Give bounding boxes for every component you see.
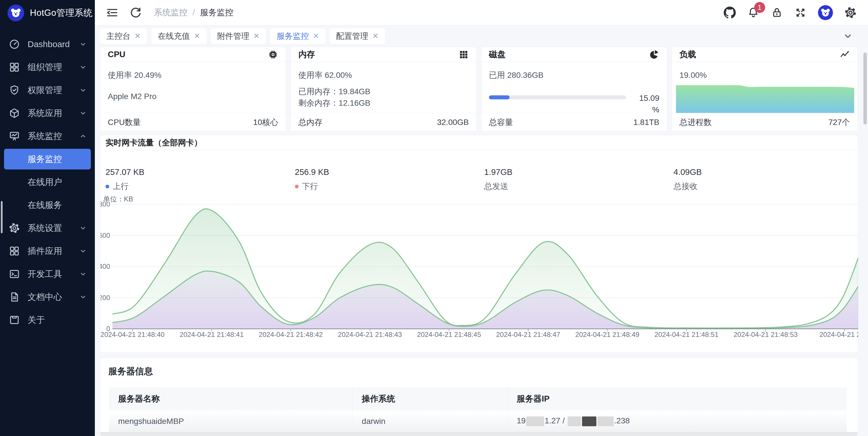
tab-service-monitor[interactable]: 服务监控✕ [270,28,326,44]
server-table: 服务器名称操作系统服务器IP mengshuaideMBPdarwin191.2… [109,388,847,432]
svg-text:2024-04-21 21:4: 2024-04-21 21:4 [819,331,858,338]
traffic-stat-下行: 256.9 KB下行 [290,167,479,192]
user-avatar[interactable] [818,5,833,20]
tab-label: 服务监控 [277,31,309,42]
sidebar-item-perm[interactable]: 权限管理 [0,79,95,102]
tab-config[interactable]: 配置管理✕ [330,28,385,44]
load-card-title: 负载 [679,49,696,60]
refresh-icon[interactable] [129,6,142,19]
svg-text:2024-04-21 21:48:53: 2024-04-21 21:48:53 [734,331,798,338]
cpu-model-text: Apple M2 Pro [108,91,278,102]
sidebar-item-devtools[interactable]: 开发工具 [0,263,95,286]
sidebar-item-plugins[interactable]: 插件应用 [0,239,95,263]
sidebar-item-sysapp[interactable]: 系统应用 [0,102,95,125]
sidebar-item-dashboard[interactable]: Dashboard [0,33,95,56]
sidebar-item-about[interactable]: 关于 [0,308,95,331]
chevron-down-icon [79,86,87,95]
traffic-stat-value: 257.07 KB [105,167,290,177]
svg-text:2024-04-21 21:48:45: 2024-04-21 21:48:45 [417,331,481,338]
chevron-down-icon [79,293,87,301]
collapse-sidebar-icon[interactable] [106,6,118,19]
cpu-count-label: CPU数量 [108,117,141,128]
tabs-dropdown-chevron-icon[interactable] [842,30,854,42]
notification-badge: 1 [754,2,765,13]
tab-label: 附件管理 [217,31,249,42]
terminal-icon [9,268,20,280]
sidebar-item-monitor[interactable]: 系统监控 [0,125,95,147]
sidebar-item-org[interactable]: 组织管理 [0,56,95,79]
sidebar-item-settings[interactable]: 系统设置 [0,216,95,239]
ip-redaction-block [597,416,614,426]
ip-fragment: 19 [517,416,526,425]
fullscreen-icon[interactable] [795,7,806,19]
traffic-stat-label: 上行 [105,181,290,192]
server-ip-cell: 191.27 / .238 [507,410,847,432]
lock-screen-icon[interactable] [771,7,783,19]
app-logo-row[interactable]: HotGo管理系统 [0,0,95,26]
disk-total-value: 1.81TB [633,118,659,127]
cube-icon [9,107,20,119]
traffic-stat-value: 256.9 KB [295,167,479,177]
load-card: 负载 19.00% 总进程数 727个 [672,47,858,132]
sidebar-item-label: 文档中心 [28,291,79,303]
svg-text:200: 200 [100,294,110,302]
traffic-stat-总接收: 4.09GB总接收 [668,167,858,192]
sidebar-item-docs[interactable]: 文档中心 [0,286,95,308]
notifications-bell-icon[interactable]: 1 [747,7,760,19]
tab-recharge[interactable]: 在线充值✕ [152,28,207,44]
load-card-footer: 总进程数 727个 [672,113,857,131]
cpu-chip-icon [268,49,278,60]
memory-usage-text: 使用率 62.00% [298,70,469,80]
table-row: mengshuaideMBPdarwin191.27 / .238 [109,410,847,432]
svg-text:800: 800 [100,200,110,208]
traffic-card-title: 实时网卡流量（全部网卡） [105,137,202,148]
disk-progress-row: 15.09 % [489,93,659,115]
cpu-card-header: CPU [100,47,286,62]
page-scrollbar-thumb[interactable] [863,53,867,124]
sidebar-scrollbar-thumb[interactable] [1,201,3,233]
sidebar-subitem-service-monitor[interactable]: 服务监控 [4,149,91,169]
traffic-area-chart: 单位：KB02004006008002024-04-21 21:48:40202… [100,195,858,342]
traffic-stat-value: 4.09GB [674,167,858,177]
app-title: HotGo管理系统 [30,7,93,19]
tab-close-icon[interactable]: ✕ [134,32,141,40]
sidebar-item-label: 组织管理 [28,62,79,73]
legend-dot [295,185,299,189]
tab-close-icon[interactable]: ✕ [372,32,378,40]
table-column-header: 服务器IP [507,388,847,410]
top-header: 系统监控 / 服务监控 1 [95,0,868,25]
breadcrumb-parent[interactable]: 系统监控 [154,7,187,19]
memory-used-text: 已用内存：19.84GB [298,87,469,97]
traffic-stat-总发送: 1.97GB总发送 [479,167,669,192]
disk-progress-bar [489,95,626,99]
disk-card-header: 磁盘 [482,47,667,62]
tab-attachments[interactable]: 附件管理✕ [211,28,266,44]
tab-close-icon[interactable]: ✕ [253,32,260,40]
settings-gear-icon[interactable] [844,7,857,19]
memory-card: 内存 使用率 62.00% 已用内存：19.84GB 剩余内存：12.16GB … [290,47,476,132]
tab-console[interactable]: 主控台✕ [100,28,147,44]
sidebar-subitem-online-users[interactable]: 在线用户 [0,171,95,194]
document-icon [9,291,20,303]
table-cutoff-band [100,432,858,436]
sidebar-item-label: 权限管理 [28,85,79,96]
github-icon[interactable] [724,7,736,19]
svg-text:2024-04-21 21:48:51: 2024-04-21 21:48:51 [654,331,718,338]
sidebar-subitem-online-services[interactable]: 在线服务 [0,194,95,216]
gauge-icon [9,38,20,50]
disk-card-footer: 总容量 1.81TB [482,113,667,131]
sidebar-subitem-label: 在线服务 [28,199,62,211]
sidebar-item-label: 开发工具 [28,268,79,280]
process-count-label: 总进程数 [679,117,712,128]
disk-card: 磁盘 已用 280.36GB 15.09 % 总容量 1.81TB [481,47,667,132]
chevron-down-icon [79,224,87,232]
tab-close-icon[interactable]: ✕ [194,32,200,40]
server-table-header-row: 服务器名称操作系统服务器IP [109,388,847,410]
breadcrumb-current[interactable]: 服务监控 [200,7,234,19]
process-count-value: 727个 [828,117,850,128]
tab-close-icon[interactable]: ✕ [313,32,319,40]
memory-card-header: 内存 [291,47,476,62]
chevron-up-icon [79,132,87,140]
load-card-header: 负载 [672,47,857,62]
sidebar-item-label: 系统监控 [28,130,79,142]
